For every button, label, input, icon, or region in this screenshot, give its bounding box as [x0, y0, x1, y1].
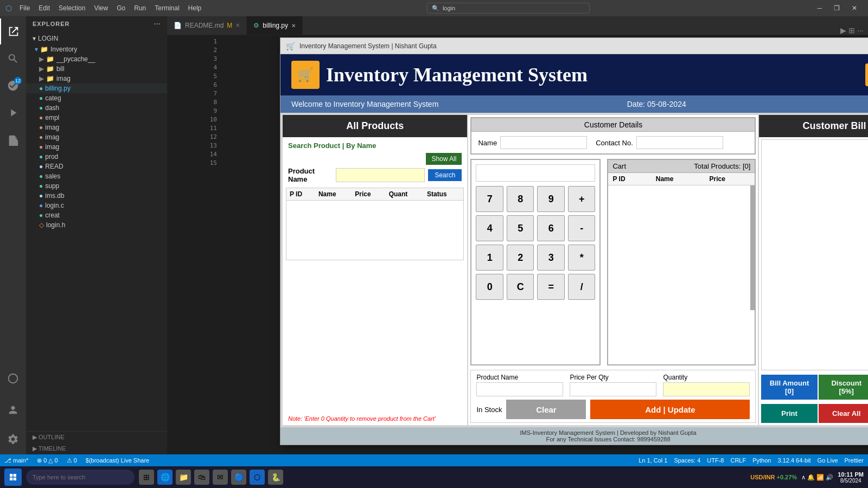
cart-scroll-area[interactable] [608, 185, 755, 310]
customer-contact-input[interactable] [636, 136, 723, 149]
tab-billing[interactable]: ⚙ billing.py ✕ [247, 16, 303, 35]
taskbar-edge[interactable]: 🌐 [157, 470, 173, 485]
language-mode[interactable]: Python [752, 457, 771, 464]
sidebar-item-sales[interactable]: ● sales [26, 171, 167, 181]
sidebar-item-prod[interactable]: ● prod [26, 152, 167, 162]
pf-quantity-input[interactable] [663, 382, 750, 396]
calc-btn-8[interactable]: 8 [507, 186, 534, 212]
print-button[interactable]: Print [761, 404, 817, 423]
taskbar-task-view[interactable]: ⊞ [139, 470, 154, 485]
activity-extensions[interactable] [0, 127, 26, 153]
activity-explorer[interactable] [0, 18, 26, 44]
menu-edit[interactable]: Edit [35, 3, 53, 13]
menu-go[interactable]: Go [113, 3, 129, 13]
activity-remote[interactable] [0, 365, 26, 391]
split-editor-button[interactable]: ⊞ [848, 26, 855, 35]
sidebar-item-billing-py[interactable]: ● billing.py [26, 84, 167, 93]
calc-btn-4[interactable]: 4 [476, 215, 503, 241]
sidebar-item-creat[interactable]: ● creat [26, 210, 167, 220]
minimize-button[interactable]: ─ [812, 3, 827, 13]
sidebar-item-bill[interactable]: ▶ 📁 bill [26, 64, 167, 74]
sidebar-item-dash[interactable]: ● dash [26, 103, 167, 113]
clear-all-button[interactable]: Clear All [819, 404, 868, 423]
menu-view[interactable]: View [91, 3, 111, 13]
search-button[interactable]: Search [428, 169, 462, 181]
windows-search-input[interactable] [26, 470, 135, 485]
taskbar-explorer[interactable]: 📁 [176, 470, 191, 485]
menu-help[interactable]: Help [185, 3, 205, 13]
file-encoding[interactable]: UTF-8 [707, 457, 724, 464]
clear-button[interactable]: Clear [506, 400, 586, 419]
pf-price-input[interactable] [570, 382, 656, 396]
pf-product-name-input[interactable] [476, 382, 563, 396]
calc-btn-multiply[interactable]: * [568, 245, 596, 271]
sidebar-item-categ[interactable]: ● categ [26, 93, 167, 103]
calc-btn-5[interactable]: 5 [507, 215, 534, 241]
taskbar-python[interactable]: 🐍 [268, 470, 283, 485]
spaces-indicator[interactable]: Spaces: 4 [674, 457, 700, 464]
sidebar-item-supp[interactable]: ● supp [26, 181, 167, 191]
menu-terminal[interactable]: Terminal [151, 3, 182, 13]
sidebar-item-loginc[interactable]: ● login.c [26, 201, 167, 210]
calc-btn-6[interactable]: 6 [537, 215, 565, 241]
taskbar-chrome[interactable]: 🔵 [231, 470, 246, 485]
calc-btn-plus[interactable]: + [568, 186, 596, 212]
sidebar-item-inventory[interactable]: ▾ 📁 Inventory [26, 44, 167, 54]
sidebar-item-imag2[interactable]: ● imag [26, 132, 167, 142]
cursor-position[interactable]: Ln 1, Col 1 [639, 457, 667, 464]
activity-source-control[interactable]: 12 [0, 73, 26, 99]
show-all-button[interactable]: Show All [426, 153, 462, 165]
menu-run[interactable]: Run [131, 3, 149, 13]
calc-btn-0[interactable]: 0 [476, 274, 503, 300]
calc-btn-2[interactable]: 2 [507, 245, 534, 271]
go-live-button[interactable]: Go Live [818, 457, 838, 464]
activity-run-debug[interactable] [0, 100, 26, 126]
warning-count[interactable]: ⚠ 0 [67, 457, 77, 464]
sidebar-item-read[interactable]: ● READ [26, 162, 167, 171]
sidebar-more-icon[interactable]: ··· [154, 21, 161, 27]
menu-selection[interactable]: Selection [55, 3, 88, 13]
calc-btn-1[interactable]: 1 [476, 245, 503, 271]
restore-button[interactable]: ❐ [828, 3, 845, 13]
sidebar-item-imag-folder[interactable]: ▶ 📁 imag [26, 74, 167, 84]
sidebar-item-empl[interactable]: ● empl [26, 113, 167, 123]
calc-btn-clear[interactable]: C [507, 274, 534, 300]
sidebar-item-imag3[interactable]: ● imag [26, 142, 167, 152]
menu-file[interactable]: File [16, 3, 33, 13]
tab-close-icon[interactable]: ✕ [235, 22, 240, 28]
calc-btn-equals[interactable]: = [537, 274, 565, 300]
add-update-button[interactable]: Add | Update [590, 400, 750, 419]
taskbar-vscode[interactable]: ⬡ [250, 470, 265, 485]
logout-button[interactable]: Logout [865, 63, 868, 86]
activity-settings[interactable] [0, 426, 26, 452]
product-search-input[interactable] [336, 168, 425, 182]
tab-readme[interactable]: 📄 README.md M ✕ [167, 16, 247, 35]
customer-name-input[interactable] [500, 136, 587, 149]
calc-btn-7[interactable]: 7 [476, 186, 503, 212]
calc-display[interactable] [476, 164, 595, 182]
bill-text-area[interactable] [761, 139, 868, 370]
title-search-box[interactable]: 🔍 login [427, 3, 590, 14]
more-actions-icon[interactable]: ··· [857, 26, 864, 35]
sidebar-item-imag1[interactable]: ● imag [26, 123, 167, 132]
error-count[interactable]: ⊗ 0 △ 0 [37, 457, 58, 464]
sidebar-section-header[interactable]: ▾ LOGIN [26, 33, 167, 44]
line-endings[interactable]: CRLF [730, 457, 746, 464]
sidebar-item-loginhtml[interactable]: ◇ login.h [26, 220, 167, 230]
activity-search[interactable] [0, 46, 26, 72]
outline-section[interactable]: ▶ OUTLINE [26, 432, 167, 443]
python-version[interactable]: 3.12.4 64-bit [777, 457, 810, 464]
activity-accounts[interactable] [0, 397, 26, 423]
calc-btn-3[interactable]: 3 [537, 245, 565, 271]
sidebar-item-pycache[interactable]: ▶ 📁 __pycache__ [26, 54, 167, 64]
windows-start-button[interactable] [4, 468, 22, 486]
tab-close-icon[interactable]: ✕ [291, 23, 296, 29]
sidebar-item-imsdb[interactable]: ● ims.db [26, 191, 167, 201]
calc-btn-9[interactable]: 9 [537, 186, 565, 212]
calc-btn-minus[interactable]: - [568, 215, 596, 241]
git-branch[interactable]: ⎇ main* [4, 457, 28, 464]
close-button[interactable]: ✕ [846, 3, 863, 13]
live-share-status[interactable]: $(broadcast) Live Share [86, 457, 149, 464]
taskbar-store[interactable]: 🛍 [194, 470, 209, 485]
code-content-area[interactable]: 🛒 Inventory Management System | Nishant … [221, 35, 868, 454]
